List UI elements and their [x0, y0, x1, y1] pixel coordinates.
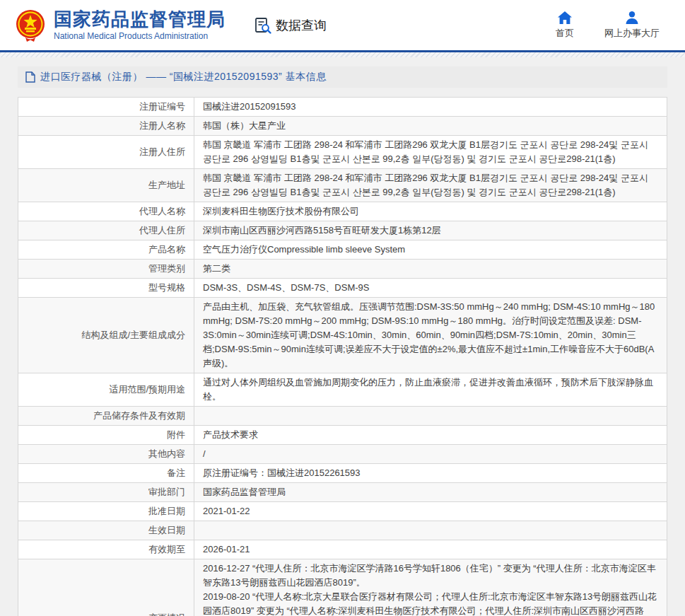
row-label: 型号规格 — [18, 279, 194, 298]
row-label: 结构及组成/主要组成成分 — [18, 298, 194, 373]
row-value: 韩国 京畿道 军浦市 工团路 298-24 和军浦市 工团路296 双龙大厦 B… — [194, 169, 667, 202]
brand: 国家药品监督管理局 National Medical Products Admi… — [54, 9, 226, 41]
site-title-en: National Medical Products Administration — [54, 32, 226, 41]
row-label: 适用范围/预期用途 — [18, 373, 194, 407]
row-label: 其他内容 — [18, 445, 194, 464]
row-value: 2026-01-21 — [194, 540, 667, 559]
table-row: 管理类别第二类 — [18, 260, 667, 279]
table-row: 其他内容/ — [18, 445, 667, 464]
row-label: 产品名称 — [18, 240, 194, 260]
row-value: 深圳市南山区西丽沙河西路5158号百旺研发大厦1栋第12层 — [194, 221, 667, 240]
row-value: 深圳麦科田生物医疗技术股份有限公司 — [194, 202, 667, 221]
nav-home-label: 首页 — [556, 27, 574, 40]
table-row: 变更情况2016-12-27 “代理人住所：北京市海淀区学清路16号学知轩180… — [18, 559, 667, 616]
page-title-bar: 进口医疗器械（注册） —— “国械注进20152091593” 基本信息 — [18, 66, 667, 88]
table-row: 注册人住所韩国 京畿道 军浦市 工团路 298-24 和军浦市 工团路296 双… — [18, 136, 667, 169]
table-row: 适用范围/预期用途通过对人体外周组织及血管施加周期变化的压力，防止血液瘀滞，促进… — [18, 373, 667, 407]
row-label: 变更情况 — [18, 559, 194, 616]
row-label: 注册人名称 — [18, 117, 194, 136]
page-title: 进口医疗器械（注册） —— “国械注进20152091593” 基本信息 — [40, 71, 327, 83]
row-value: 2021-01-22 — [194, 502, 667, 521]
table-row: 生产地址韩国 京畿道 军浦市 工团路 298-24 和军浦市 工团路296 双龙… — [18, 169, 667, 202]
site-header: 国家药品监督管理局 National Medical Products Admi… — [0, 0, 685, 50]
row-label: 管理类别 — [18, 260, 194, 279]
row-value: 产品由主机、加压袋、充气软管组成。压强调节范围:DSM-3S:50 mmHg～2… — [194, 298, 667, 373]
table-row: 结构及组成/主要组成成分产品由主机、加压袋、充气软管组成。压强调节范围:DSM-… — [18, 298, 667, 373]
table-row: 附件产品技术要求 — [18, 426, 667, 445]
registration-info-table: 注册证编号国械注进20152091593注册人名称韩国（株）大星产业注册人住所韩… — [18, 97, 667, 616]
table-row: 注册证编号国械注进20152091593 — [18, 98, 667, 117]
document-search-icon — [254, 16, 272, 35]
row-value: 国械注进20152091593 — [194, 98, 667, 117]
table-row: 批准日期2021-01-22 — [18, 502, 667, 521]
table-row: 代理人名称深圳麦科田生物医疗技术股份有限公司 — [18, 202, 667, 221]
row-value: 第二类 — [194, 260, 667, 279]
user-icon — [625, 11, 639, 25]
table-row: 生效日期 — [18, 521, 667, 540]
table-body: 注册证编号国械注进20152091593注册人名称韩国（株）大星产业注册人住所韩… — [18, 98, 667, 616]
row-label: 批准日期 — [18, 502, 194, 521]
row-value: 国家药品监督管理局 — [194, 483, 667, 502]
row-label: 审批部门 — [18, 483, 194, 502]
hatch-stripe-band — [0, 52, 685, 57]
data-query-label: 数据查询 — [276, 17, 327, 34]
table-row: 产品储存条件及有效期 — [18, 407, 667, 426]
row-value: / — [194, 445, 667, 464]
row-label: 生产地址 — [18, 169, 194, 202]
row-value: 2016-12-27 “代理人住所：北京市海淀区学清路16号学知轩1806（住宅… — [194, 559, 667, 616]
row-label: 代理人名称 — [18, 202, 194, 221]
row-value — [194, 521, 667, 540]
row-value — [194, 407, 667, 426]
nav-hall-label: 网上办事大厅 — [604, 27, 660, 40]
home-icon — [557, 11, 573, 25]
table-row: 注册人名称韩国（株）大星产业 — [18, 117, 667, 136]
row-value: 通过对人体外周组织及血管施加周期变化的压力，防止血液瘀滞，促进并改善血液循环，预… — [194, 373, 667, 407]
row-label: 注册证编号 — [18, 98, 194, 117]
table-row: 代理人住所深圳市南山区西丽沙河西路5158号百旺研发大厦1栋第12层 — [18, 221, 667, 240]
national-emblem-logo — [16, 9, 45, 42]
row-value: 韩国（株）大星产业 — [194, 117, 667, 136]
row-label: 有效期至 — [18, 540, 194, 559]
row-value: 产品技术要求 — [194, 426, 667, 445]
nav-data-query[interactable]: 数据查询 — [254, 16, 327, 35]
row-label: 生效日期 — [18, 521, 194, 540]
row-value: 空气压力治疗仪Compressible limb sleeve System — [194, 240, 667, 260]
table-row: 有效期至2026-01-21 — [18, 540, 667, 559]
table-row: 备注原注册证编号：国械注进20152261593 — [18, 464, 667, 483]
document-icon — [25, 71, 35, 83]
row-value: 韩国 京畿道 军浦市 工团路 298-24 和军浦市 工团路296 双龙大厦 B… — [194, 136, 667, 169]
nav-online-service-hall[interactable]: 网上办事大厅 — [604, 11, 660, 40]
table-row: 产品名称空气压力治疗仪Compressible limb sleeve Syst… — [18, 240, 667, 260]
row-label: 注册人住所 — [18, 136, 194, 169]
main-content: 进口医疗器械（注册） —— “国械注进20152091593” 基本信息 注册证… — [0, 57, 685, 616]
row-value: 原注册证编号：国械注进20152261593 — [194, 464, 667, 483]
row-label: 备注 — [18, 464, 194, 483]
table-row: 型号规格DSM-3S、DSM-4S、DSM-7S、DSM-9S — [18, 279, 667, 298]
site-title-cn: 国家药品监督管理局 — [54, 9, 226, 30]
table-row: 审批部门国家药品监督管理局 — [18, 483, 667, 502]
row-label: 产品储存条件及有效期 — [18, 407, 194, 426]
row-label: 附件 — [18, 426, 194, 445]
row-value: DSM-3S、DSM-4S、DSM-7S、DSM-9S — [194, 279, 667, 298]
row-label: 代理人住所 — [18, 221, 194, 240]
header-nav: 首页 网上办事大厅 — [551, 11, 671, 40]
nav-home[interactable]: 首页 — [551, 11, 579, 40]
